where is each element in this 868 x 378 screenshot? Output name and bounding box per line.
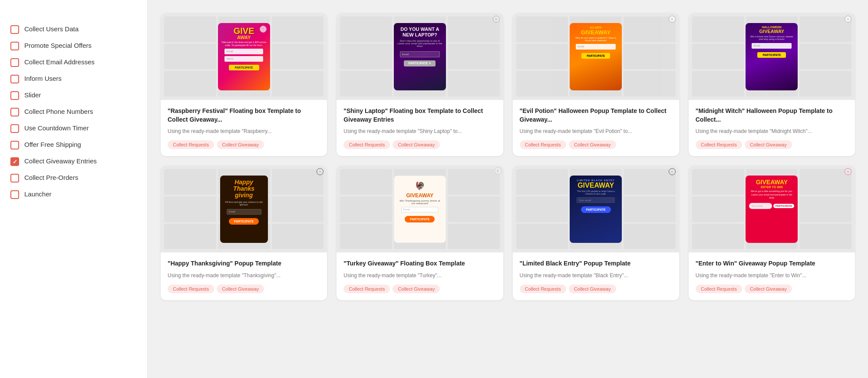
card-tags: Collect RequestsCollect Giveaway — [343, 140, 496, 149]
tag: Collect Requests — [343, 140, 390, 149]
sidebar-item-promote-special-offers[interactable]: Promote Special Offers — [9, 37, 139, 54]
card-tags: Collect RequestsCollect Giveaway — [520, 285, 672, 293]
popup-preview: × HALLOWEEN GIVEAWAY Win a brand new Dys… — [689, 13, 855, 100]
card-title: "Raspberry Festival" Floating box Templa… — [168, 107, 320, 124]
checkbox-launcher[interactable] — [10, 190, 19, 199]
sidebar-item-inform-users[interactable]: Inform Users — [9, 70, 139, 87]
close-icon[interactable]: × — [317, 168, 323, 175]
tag: Collect Requests — [168, 285, 214, 293]
sidebar-item-collect-phone-numbers[interactable]: Collect Phone Numbers — [9, 103, 139, 120]
main-content: × GIVE AWAY Take part in the draw and ge… — [148, 0, 868, 378]
tag: Collect Requests — [520, 285, 566, 293]
close-icon[interactable]: × — [260, 26, 267, 33]
tag: Collect Requests — [696, 140, 742, 149]
sidebar-item-collect-pre-orders[interactable]: Collect Pre-Orders — [9, 169, 139, 186]
card-body: "Turkey Giveaway" Floating Box Template … — [337, 252, 503, 300]
sidebar-label-inform-users: Inform Users — [24, 74, 62, 83]
checkbox-collect-pre-orders[interactable] — [10, 174, 19, 182]
card-tags: Collect RequestsCollect Giveaway — [168, 140, 320, 149]
card-thanksgiving[interactable]: × HappyThanksgiving Fill form and get yo… — [161, 166, 327, 300]
checkbox-inform-users[interactable] — [10, 75, 19, 83]
card-desc: Using the ready-made template "Thanksgiv… — [168, 272, 320, 279]
checkbox-collect-users-data[interactable] — [10, 25, 19, 34]
card-midnight-witch[interactable]: × HALLOWEEN GIVEAWAY Win a brand new Dys… — [689, 13, 855, 156]
close-icon[interactable]: × — [669, 168, 676, 175]
card-desc: Using the ready-made template "Raspberry… — [168, 127, 320, 135]
card-preview-raspberry: × GIVE AWAY Take part in the draw and ge… — [161, 13, 327, 100]
card-desc: Using the ready-made template "Midnight … — [696, 127, 848, 135]
card-title: "Shiny Laptop" Floating box Template to … — [343, 107, 496, 124]
card-body: "Shiny Laptop" Floating box Template to … — [337, 100, 503, 156]
checkbox-slider[interactable] — [10, 91, 19, 100]
card-preview-black-entry: × LIMITED BLACK ENTRY GIVEAWAY The first… — [513, 166, 679, 252]
card-preview-pink-giveaway: × GIVEAWAY ENTER TO WIN We've got a litt… — [689, 166, 855, 252]
close-icon[interactable]: × — [669, 16, 676, 23]
card-preview-midnight-witch: × HALLOWEEN GIVEAWAY Win a brand new Dys… — [689, 13, 855, 100]
close-icon[interactable]: × — [493, 16, 500, 23]
tag: Collect Giveaway — [393, 140, 440, 149]
card-desc: Using the ready-made template "Shiny Lap… — [343, 127, 496, 135]
sidebar-item-launcher[interactable]: Launcher — [9, 186, 139, 202]
sidebar-item-collect-giveaway-entries[interactable]: Collect Giveaway Entries — [9, 153, 139, 169]
sidebar-label-collect-pre-orders: Collect Pre-Orders — [24, 173, 78, 182]
tag: Collect Giveaway — [217, 285, 264, 293]
sidebar-item-collect-users-data[interactable]: Collect Users Data — [9, 21, 139, 37]
card-evil-potion[interactable]: × SCARY GIVEAWAY Why do you need a cauld… — [513, 13, 679, 156]
popup-preview: × GIVEAWAY ENTER TO WIN We've got a litt… — [689, 166, 855, 252]
tag: Collect Requests — [168, 140, 214, 149]
card-preview-turkey-giveaway: × 🦃 GIVEAWAY Win Thanksgiving yummy dinn… — [337, 166, 503, 252]
sidebar-label-offer-free-shipping: Offer Free Shipping — [24, 140, 81, 149]
sidebar-label-promote-special-offers: Promote Special Offers — [24, 41, 92, 50]
card-body: "Enter to Win" Giveaway Popup Template U… — [689, 252, 855, 300]
sidebar-item-slider[interactable]: Slider — [9, 87, 139, 103]
card-black-entry[interactable]: × LIMITED BLACK ENTRY GIVEAWAY The first… — [513, 166, 679, 300]
close-icon[interactable]: × — [845, 16, 851, 23]
close-icon[interactable]: × — [845, 168, 851, 175]
card-pink-giveaway[interactable]: × GIVEAWAY ENTER TO WIN We've got a litt… — [689, 166, 855, 300]
card-title: "Evil Potion" Halloween Popup Template t… — [520, 107, 672, 124]
tag: Collect Requests — [696, 285, 742, 293]
close-icon[interactable]: × — [495, 167, 502, 174]
card-preview-thanksgiving: × HappyThanksgiving Fill form and get yo… — [161, 166, 327, 252]
checkbox-collect-giveaway-entries[interactable] — [10, 157, 19, 166]
card-shiny-laptop[interactable]: × DO YOU WANT ANEW LAPTOP? Don't miss th… — [337, 13, 503, 156]
card-desc: Using the ready-made template "Enter to … — [696, 272, 848, 279]
sidebar-label-launcher: Launcher — [24, 189, 52, 199]
card-body: "Raspberry Festival" Floating box Templa… — [161, 100, 327, 156]
card-preview-shiny-laptop: × DO YOU WANT ANEW LAPTOP? Don't miss th… — [337, 13, 503, 100]
sidebar-label-slider: Slider — [24, 90, 41, 99]
cards-grid: × GIVE AWAY Take part in the draw and ge… — [161, 13, 855, 300]
sidebar-item-collect-email-addresses[interactable]: Collect Email Addresses — [9, 54, 139, 70]
tag: Collect Giveaway — [745, 140, 792, 149]
sidebar-label-collect-phone-numbers: Collect Phone Numbers — [24, 107, 93, 116]
card-title: "Midnight Witch" Halloween Popup Templat… — [696, 107, 848, 124]
checkbox-collect-phone-numbers[interactable] — [10, 108, 19, 116]
popup-preview: × GIVE AWAY Take part in the draw and ge… — [161, 13, 327, 100]
card-title: "Turkey Giveaway" Floating Box Template — [343, 259, 496, 268]
card-title: "Happy Thanksgiving" Popup Template — [168, 259, 320, 268]
card-turkey-giveaway[interactable]: × 🦃 GIVEAWAY Win Thanksgiving yummy dinn… — [337, 166, 503, 300]
sidebar-item-offer-free-shipping[interactable]: Offer Free Shipping — [9, 136, 139, 153]
card-tags: Collect RequestsCollect Giveaway — [696, 285, 848, 293]
sidebar-item-use-countdown-timer[interactable]: Use Countdown Timer — [9, 120, 139, 136]
sidebar-label-use-countdown-timer: Use Countdown Timer — [24, 123, 89, 133]
checkbox-use-countdown-timer[interactable] — [10, 124, 19, 133]
card-body: "Limited Black Entry" Popup Template Usi… — [513, 252, 679, 300]
sidebar-label-collect-email-addresses: Collect Email Addresses — [24, 57, 95, 66]
checkbox-offer-free-shipping[interactable] — [10, 141, 19, 149]
popup-preview: × LIMITED BLACK ENTRY GIVEAWAY The first… — [513, 166, 679, 252]
tag: Collect Giveaway — [569, 285, 616, 293]
card-desc: Using the ready-made template "Turkey"..… — [343, 272, 496, 279]
card-body: "Midnight Witch" Halloween Popup Templat… — [689, 100, 855, 156]
popup-preview: × 🦃 GIVEAWAY Win Thanksgiving yummy dinn… — [337, 166, 503, 252]
sidebar-list: Collect Users Data Promote Special Offer… — [9, 21, 139, 202]
checkbox-collect-email-addresses[interactable] — [10, 58, 19, 67]
tag: Collect Giveaway — [569, 140, 616, 149]
card-raspberry[interactable]: × GIVE AWAY Take part in the draw and ge… — [161, 13, 327, 156]
card-preview-evil-potion: × SCARY GIVEAWAY Why do you need a cauld… — [513, 13, 679, 100]
card-body: "Happy Thanksgiving" Popup Template Usin… — [161, 252, 327, 300]
card-tags: Collect RequestsCollect Giveaway — [696, 140, 848, 149]
tag: Collect Giveaway — [745, 285, 792, 293]
popup-preview: × DO YOU WANT ANEW LAPTOP? Don't miss th… — [337, 13, 503, 100]
checkbox-promote-special-offers[interactable] — [10, 42, 19, 50]
